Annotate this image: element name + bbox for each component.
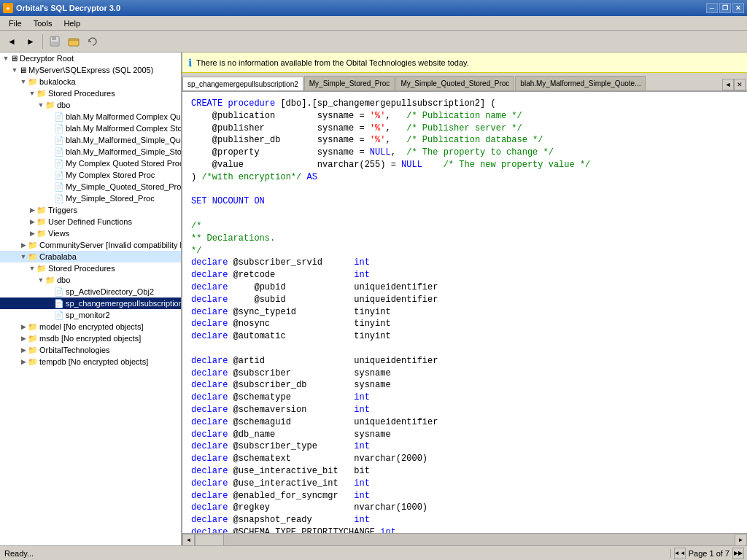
label-proc2: blah.My Malformed Complex Stored Pr... xyxy=(66,124,182,133)
label-proc5: My Complex Quoted Stored Proc xyxy=(66,159,182,168)
nav-next-button[interactable]: ▶▶ xyxy=(732,548,744,559)
tree-node-stored-procs[interactable]: ▼ 📁 Stored Procedures xyxy=(0,88,181,99)
tree-node-spChange[interactable]: ▶ 📄 sp_changemergepullsubscription2 xyxy=(0,298,181,309)
expander-udf[interactable]: ▶ xyxy=(28,217,36,226)
tree-node-proc4[interactable]: ▶ 📄 blah.My_Malformed_Simple_Stored_Pr..… xyxy=(0,146,181,158)
svg-rect-1 xyxy=(52,36,56,40)
tree-node-msdb[interactable]: ▶ 📁 msdb [No encrypted objects] xyxy=(0,332,181,344)
h-scroll-track[interactable] xyxy=(195,534,735,546)
expander-bukalocka[interactable]: ▼ xyxy=(19,77,28,86)
tree-node-spAD[interactable]: ▶ 📄 sp_ActiveDirectory_Obj2 xyxy=(0,286,181,298)
label-orbital: OrbitalTechnologies xyxy=(39,346,110,354)
tree-node-proc8[interactable]: ▶ 📄 My_Simple_Stored_Proc xyxy=(0,192,181,204)
tab-sp-changemergepullsubscription2[interactable]: sp_changemergepullsubscription2 xyxy=(182,77,303,91)
tab-controls: ◄ ✕ xyxy=(721,79,747,90)
expander-root[interactable]: ▼ xyxy=(1,54,10,63)
icon-model: 📁 xyxy=(28,322,38,332)
expander-server[interactable]: ▼ xyxy=(10,66,19,74)
svg-rect-2 xyxy=(51,42,58,45)
expander-stored-procs[interactable]: ▼ xyxy=(28,89,36,98)
tree-node-crabalaba[interactable]: ▼ 📁 Crabalaba xyxy=(0,251,181,262)
menu-tools[interactable]: Tools xyxy=(28,18,58,29)
tree-node-spMonitor[interactable]: ▶ 📄 sp_monitor2 xyxy=(0,309,181,321)
tree-node-bukalocka[interactable]: ▼ 📁 bukalocka xyxy=(0,76,181,88)
toolbar: ◄ ► xyxy=(0,31,747,52)
menu-file[interactable]: File xyxy=(3,18,28,29)
nav-prev-button[interactable]: ◄◄ xyxy=(674,548,686,559)
menu-help[interactable]: Help xyxy=(58,18,86,29)
expander-tempdb[interactable]: ▶ xyxy=(19,357,28,366)
tree-node-dbo1[interactable]: ▼ 📁 dbo xyxy=(0,99,181,111)
expander-views[interactable]: ▶ xyxy=(28,229,36,238)
horizontal-scrollbar[interactable]: ◄ ► xyxy=(182,533,747,545)
open-button[interactable] xyxy=(65,34,82,50)
tab-close[interactable]: ✕ xyxy=(734,79,746,90)
icon-dbo1: 📁 xyxy=(45,101,55,110)
expander-triggers[interactable]: ▶ xyxy=(28,206,36,214)
icon-proc3: 📄 xyxy=(54,136,64,145)
tree-node-views[interactable]: ▶ 📁 Views xyxy=(0,228,181,239)
tree-node-proc6[interactable]: ▶ 📄 My Complex Stored Proc xyxy=(0,169,181,181)
expander-dbo1[interactable]: ▼ xyxy=(36,101,45,109)
icon-community: 📁 xyxy=(28,241,38,250)
tab-blah-malformed[interactable]: blah.My_Malformed_Simple_Quote... xyxy=(515,76,646,90)
h-scroll-thumb[interactable] xyxy=(195,534,224,546)
tree-node-model[interactable]: ▶ 📁 model [No encrypted objects] xyxy=(0,321,181,332)
restore-button[interactable]: ❐ xyxy=(719,3,731,13)
refresh-button[interactable] xyxy=(84,34,101,50)
label-model: model [No encrypted objects] xyxy=(39,322,143,331)
expander-dbo2[interactable]: ▼ xyxy=(36,276,45,284)
expander-community[interactable]: ▶ xyxy=(19,241,28,249)
tab-my-simple-stored-proc[interactable]: My_Simple_Stored_Proc xyxy=(304,76,395,90)
tab-label-3: My_Simple_Quoted_Stored_Proc xyxy=(400,79,509,88)
tree-node-orbital[interactable]: ▶ 📁 OrbitalTechnologies xyxy=(0,344,181,356)
tree-node-tempdb[interactable]: ▶ 📁 tempdb [No encrypted objects] xyxy=(0,356,181,368)
tree-node-proc2[interactable]: ▶ 📄 blah.My Malformed Complex Stored Pr.… xyxy=(0,122,181,134)
save-button[interactable] xyxy=(46,34,63,50)
tree-node-triggers[interactable]: ▶ 📁 Triggers xyxy=(0,204,181,216)
tree-node-proc3[interactable]: ▶ 📄 blah.My_Malformed_Simple_Quoted_S... xyxy=(0,134,181,146)
tab-bar: sp_changemergepullsubscription2 My_Simpl… xyxy=(182,73,747,92)
status-nav: ◄◄ Page 1 of 7 ▶▶ xyxy=(671,548,747,559)
tab-scroll-left[interactable]: ◄ xyxy=(722,79,734,90)
expander-msdb[interactable]: ▶ xyxy=(19,334,28,343)
close-button[interactable]: ✕ xyxy=(732,3,744,13)
tree-node-dbo2[interactable]: ▼ 📁 dbo xyxy=(0,274,181,286)
icon-stored-procs2: 📁 xyxy=(36,264,47,273)
tree-node-udf[interactable]: ▶ 📁 User Defined Functions xyxy=(0,216,181,228)
icon-proc8: 📄 xyxy=(54,194,64,203)
status-page: Page 1 of 7 xyxy=(689,549,729,558)
code-area[interactable]: CREATE procedure [dbo].[sp_changemergepu… xyxy=(182,92,747,533)
tree-node-proc5[interactable]: ▶ 📄 My Complex Quoted Stored Proc xyxy=(0,158,181,169)
back-button[interactable]: ◄ xyxy=(3,34,20,50)
toolbar-separator xyxy=(42,34,43,49)
forward-button[interactable]: ► xyxy=(22,34,39,50)
icon-dbo2: 📁 xyxy=(45,276,55,285)
expander-orbital[interactable]: ▶ xyxy=(19,346,28,354)
expander-crabalaba[interactable]: ▼ xyxy=(19,252,28,261)
tab-label-2: My_Simple_Stored_Proc xyxy=(309,79,390,88)
icon-spAD: 📄 xyxy=(54,287,64,297)
label-crabalaba: Crabalaba xyxy=(39,252,77,261)
icon-msdb: 📁 xyxy=(28,334,38,343)
tree-node-proc7[interactable]: ▶ 📄 My_Simple_Quoted_Stored_Proc xyxy=(0,181,181,192)
label-dbo1: dbo xyxy=(57,101,70,109)
label-bukalocka: bukalocka xyxy=(39,77,76,86)
label-spMonitor: sp_monitor2 xyxy=(66,311,110,319)
label-proc1: blah.My Malformed Complex Quoted S... xyxy=(66,112,182,121)
icon-stored-procs: 📁 xyxy=(36,89,47,98)
h-scroll-left-button[interactable]: ◄ xyxy=(182,534,195,546)
expander-stored-procs2[interactable]: ▼ xyxy=(28,264,36,273)
tree-node-proc1[interactable]: ▶ 📄 blah.My Malformed Complex Quoted S..… xyxy=(0,111,181,122)
minimize-button[interactable]: ─ xyxy=(706,3,718,13)
label-community: CommunityServer [Invalid compatibility l… xyxy=(39,241,182,249)
tab-my-simple-quoted-stored-proc[interactable]: My_Simple_Quoted_Stored_Proc xyxy=(395,76,514,90)
tree-node-stored-procs2[interactable]: ▼ 📁 Stored Procedures xyxy=(0,262,181,274)
h-scroll-right-button[interactable]: ► xyxy=(735,534,747,546)
tab-label-4: blah.My_Malformed_Simple_Quote... xyxy=(520,79,640,88)
tree-node-community[interactable]: ▶ 📁 CommunityServer [Invalid compatibili… xyxy=(0,239,181,251)
expander-model[interactable]: ▶ xyxy=(19,322,28,331)
icon-udf: 📁 xyxy=(36,217,47,227)
tree-node-server[interactable]: ▼ 🖥 MyServer\SQLExpress (SQL 2005) xyxy=(0,64,181,76)
tree-node-root[interactable]: ▼ 🖥 Decryptor Root xyxy=(0,52,181,64)
